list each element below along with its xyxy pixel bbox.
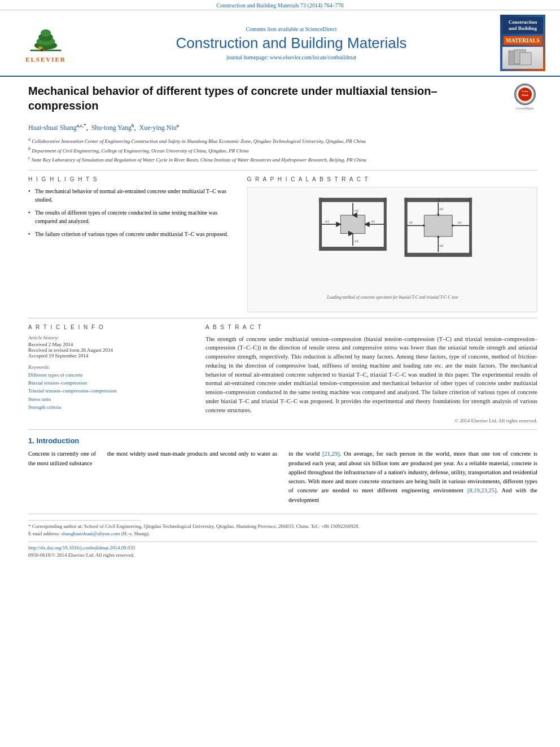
- highlights-heading: H I G H L I G H T S: [28, 176, 236, 182]
- doi-link[interactable]: http://dx.doi.org/10.1016/j.conbuildmat.…: [28, 545, 135, 551]
- svg-text:σ1: σ1: [409, 220, 413, 224]
- email-link[interactable]: shanghuaishuai@aliyun.com: [61, 531, 120, 536]
- svg-rect-18: [384, 198, 386, 246]
- intro-section-title: 1. Introduction: [28, 436, 537, 445]
- doi-footnote: http://dx.doi.org/10.1016/j.conbuildmat.…: [28, 544, 537, 552]
- svg-text:Loading method of concrete spe: Loading method of concrete specimen for …: [326, 295, 458, 300]
- highlights-graphical-section: H I G H L I G H T S The mechanical behav…: [28, 170, 537, 312]
- cover-image-icon: [506, 48, 540, 68]
- issn-footnote: 0950-0618/© 2014 Elsevier Ltd. All right…: [28, 552, 537, 560]
- science-direct-availability: Contents lists available at ScienceDirec…: [82, 26, 500, 32]
- crossmark-label-text: CrossMark: [516, 106, 533, 111]
- cover-materials-label: MATERIALS: [504, 36, 542, 45]
- elsevier-logo-area: ELSEVIER: [9, 24, 82, 63]
- keyword-5: Strength criteria: [28, 403, 194, 411]
- ref-8-19: [8,19,23,25]: [467, 487, 497, 493]
- elsevier-brand-text: ELSEVIER: [25, 56, 66, 63]
- author-1[interactable]: Huai-shuai Shang: [28, 124, 77, 132]
- svg-rect-11: [520, 53, 531, 65]
- article-info-column: A R T I C L E I N F O Article history: R…: [28, 324, 194, 424]
- received-date: Received 2 May 2014: [28, 342, 194, 347]
- abstract-heading: A B S T R A C T: [205, 324, 537, 330]
- article-info-abstract-section: A R T I C L E I N F O Article history: R…: [28, 318, 537, 424]
- graphical-abstract-image-area: σ1 σ1 σ2 σ2: [247, 187, 538, 312]
- journal-homepage-text: journal homepage: www.elsevier.com/locat…: [82, 54, 500, 60]
- highlights-list: The mechanical behavior of normal air-en…: [28, 187, 236, 238]
- keyword-1: Different types of concrete: [28, 371, 194, 379]
- intro-col-right: in the world [21,29]. On average, for ea…: [288, 449, 537, 508]
- keywords-label: Keywords:: [28, 364, 194, 370]
- svg-rect-20: [340, 215, 365, 233]
- email-label: E-mail address:: [28, 531, 61, 536]
- highlight-item-2: The results of different types of concre…: [28, 208, 236, 225]
- highlight-item-1: The mechanical behavior of normal air-en…: [28, 187, 236, 204]
- intro-col-left: Concrete is currently one of the most wi…: [28, 449, 277, 508]
- elsevier-logo: ELSEVIER: [23, 24, 68, 63]
- author-2[interactable]: Shu-tong Yang: [91, 124, 132, 132]
- svg-text:σ1: σ1: [371, 219, 375, 223]
- corresponding-footnote: * Corresponding author at: School of Civ…: [28, 523, 537, 531]
- svg-text:σ2: σ2: [355, 208, 358, 212]
- article-history-block: Article history: Received 2 May 2014 Rec…: [28, 335, 194, 359]
- email-footnote: E-mail address: shanghuaishuai@aliyun.co…: [28, 530, 537, 538]
- article-title-section: Mechanical behavior of different types o…: [28, 84, 537, 117]
- crossmark-badge-area: Cross Mark CrossMark: [512, 84, 537, 111]
- article-content-area: Mechanical behavior of different types o…: [0, 77, 560, 566]
- abstract-column: A B S T R A C T The strength of concrete…: [205, 324, 537, 424]
- graphical-abstract-heading: G R A P H I C A L A B S T R A C T: [247, 176, 538, 182]
- affiliation-a: Collaborative Innovation Center of Engin…: [32, 138, 366, 144]
- footnote-divider: [28, 520, 141, 521]
- svg-point-5: [41, 29, 51, 37]
- affiliation-b: Department of Civil Engineering, College…: [32, 148, 248, 154]
- graphical-abstract-column: G R A P H I C A L A B S T R A C T: [247, 176, 538, 312]
- accepted-date: Accepted 19 September 2014: [28, 353, 194, 359]
- elsevier-tree-icon: [23, 24, 68, 55]
- author-3[interactable]: Xue-ying Niu: [139, 124, 177, 132]
- svg-rect-31: [469, 198, 471, 252]
- journal-info-center: Contents lists available at ScienceDirec…: [82, 26, 500, 60]
- abstract-text: The strength of concrete under multiaxia…: [205, 335, 537, 415]
- svg-text:σ2: σ2: [355, 238, 358, 242]
- email-name-suffix: (H.-s. Shang).: [120, 531, 150, 536]
- journal-header: ELSEVIER Contents lists available at Sci…: [0, 10, 560, 77]
- authors-line: Huai-shuai Shanga,c,*, Shu-tong Yangb, X…: [28, 122, 537, 133]
- highlights-column: H I G H L I G H T S The mechanical behav…: [28, 176, 236, 312]
- intro-text-right: in the world [21,29]. On average, for ea…: [288, 449, 537, 505]
- svg-text:Cross: Cross: [521, 90, 528, 93]
- machine-diagram-svg: σ1 σ1 σ2 σ2: [252, 192, 533, 305]
- article-title: Mechanical behavior of different types o…: [28, 84, 506, 113]
- journal-title-text: Construction and Building Materials: [82, 34, 500, 52]
- intro-text-left: Concrete is currently one of the most wi…: [28, 449, 277, 468]
- keyword-2: Biaxial tension–compression: [28, 379, 194, 387]
- journal-citation-bar: Construction and Building Materials 73 (…: [0, 0, 560, 10]
- history-label: Article history:: [28, 335, 194, 340]
- intro-two-col: Concrete is currently one of the most wi…: [28, 449, 537, 508]
- svg-text:σ2: σ2: [439, 207, 443, 211]
- svg-text:σ1: σ1: [325, 219, 329, 223]
- journal-citation-text: Construction and Building Materials 73 (…: [216, 2, 344, 8]
- footnotes-area: * Corresponding author at: School of Civ…: [28, 514, 537, 560]
- keyword-3: Triaxial tension–compression–compression: [28, 387, 194, 395]
- svg-rect-33: [424, 215, 452, 237]
- svg-text:Mark: Mark: [521, 94, 528, 97]
- svg-text:σ1: σ1: [457, 220, 461, 224]
- journal-cover-thumbnail: Construction and Building MATERIALS: [500, 15, 545, 71]
- svg-text:σ2: σ2: [439, 243, 443, 247]
- crossmark-icon[interactable]: Cross Mark: [514, 84, 536, 105]
- revised-date: Received in revised form 26 August 2014: [28, 347, 194, 353]
- cover-title-line2: and Building: [505, 25, 541, 32]
- affiliation-c: State Key Laboratory of Simulation and R…: [32, 157, 366, 163]
- svg-rect-30: [404, 198, 406, 252]
- svg-rect-32: [404, 253, 471, 256]
- article-body-section: 1. Introduction Concrete is currently on…: [28, 429, 537, 560]
- journal-cover-image-area: Construction and Building MATERIALS: [500, 15, 551, 71]
- highlight-item-3: The failure criterion of various types o…: [28, 230, 236, 238]
- svg-rect-17: [319, 198, 321, 246]
- affiliations-block: a Collaborative Innovation Center of Eng…: [28, 136, 537, 164]
- keyword-4: Stress ratio: [28, 395, 194, 403]
- crossmark-svg: Cross Mark: [515, 85, 535, 104]
- svg-rect-8: [38, 46, 42, 49]
- cover-title-line1: Construction: [505, 19, 541, 25]
- copyright-text: © 2014 Elsevier Ltd. All rights reserved…: [205, 418, 537, 423]
- ref-21-29: [21,29]: [322, 451, 340, 457]
